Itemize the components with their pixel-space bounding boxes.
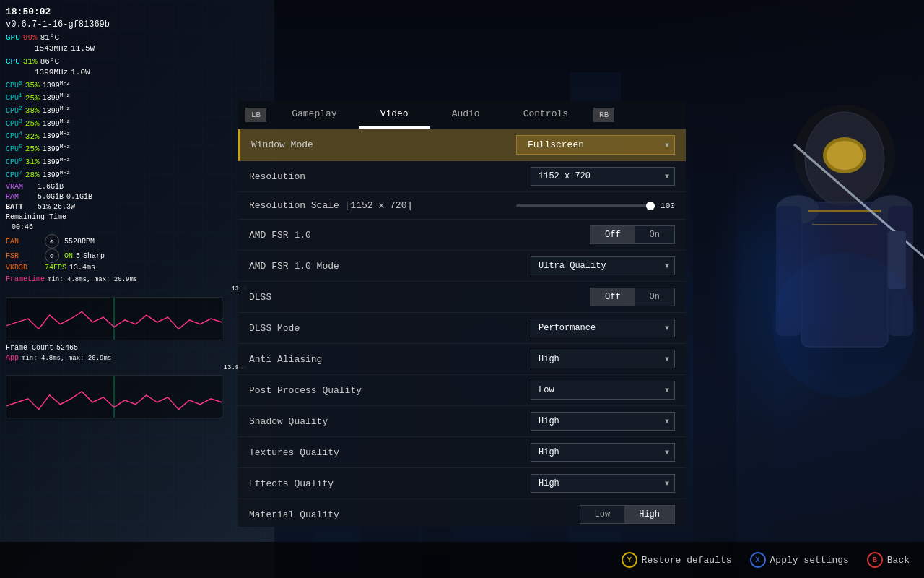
cpu-usage: 31% [23,56,38,67]
cpu-clock-row: 1399MHz 1.0W [6,67,247,78]
fsr-value: ON [64,251,73,262]
textures-quality-select[interactable]: High Medium Low [531,443,675,462]
core-0-usage: 35% [25,80,40,91]
shadow-quality-dropdown-wrapper[interactable]: High Medium Low [531,412,675,431]
gpu-power: 11.5W [71,43,95,54]
resolution-dropdown-wrapper[interactable]: 1152 x 720 1920 x 1080 1280 x 720 [531,167,675,186]
material-quality-toggle-group: Low High [580,505,675,524]
batt-time: 00:46 [12,223,33,233]
fsr-off-btn[interactable]: Off [590,226,635,243]
apply-settings-button[interactable]: X Apply settings [750,552,849,568]
frame-count-label: Frame Count [6,343,53,353]
vkd3d-label: VKD3D [6,263,42,273]
core-1-row: CPU1 25% 1399MHz [6,91,247,104]
post-process-select[interactable]: Low Medium High Epic [531,381,675,400]
textures-quality-dropdown-wrapper[interactable]: High Medium Low [531,443,675,462]
vkd3d-row: VKD3D 74FPS 13.4ms [6,263,247,273]
material-low-btn[interactable]: Low [580,506,625,523]
core-2-label: CPU2 [6,104,22,116]
material-high-btn[interactable]: High [624,506,674,523]
dlss-off-btn[interactable]: Off [590,288,635,306]
core-7-usage: 28% [25,170,40,181]
effects-quality-select[interactable]: High Medium Low [531,474,675,493]
fsr-on-btn[interactable]: On [635,226,674,243]
tab-lb: LB [245,108,266,122]
gpu-label: GPU [6,33,20,43]
resolution-scale-slider[interactable] [516,204,655,207]
core-5-usage: 25% [25,144,40,155]
batt-row: BATT 51% 26.3W [6,202,247,212]
fsr-suffix: Sharp [83,251,105,262]
glow-effect [707,144,852,434]
setting-effects-quality-label: Effects Quality [249,478,379,489]
tab-video[interactable]: Video [359,101,430,129]
dlss-on-btn[interactable]: On [635,288,674,306]
window-mode-dropdown-wrapper[interactable]: Fullscreen Windowed Borderless [516,135,675,155]
core-5-clock: 1399MHz [43,142,70,155]
setting-window-mode-label: Window Mode [251,139,381,150]
dlss-toggle-group: Off On [590,288,675,306]
setting-resolution-control: 1152 x 720 1920 x 1080 1280 x 720 [379,167,675,186]
resolution-select[interactable]: 1152 x 720 1920 x 1080 1280 x 720 [531,167,675,186]
setting-amd-fsr-mode: AMD FSR 1.0 Mode Ultra Quality Quality B… [238,251,686,282]
fsr-icon: ⚙ [45,249,59,263]
batt-pct: 51% [38,202,51,212]
app-stats: min: 4.8ms, max: 20.9ms [22,354,111,363]
effects-quality-dropdown-wrapper[interactable]: High Medium Low [531,474,675,493]
setting-textures-quality-control: High Medium Low [379,443,675,462]
anti-aliasing-select[interactable]: High Medium Low Off [531,350,675,368]
vkd3d-ms: 13.4ms [69,263,95,273]
core-3-label: CPU3 [6,117,22,129]
fsr-mode-select[interactable]: Ultra Quality Quality Balanced Performan… [531,256,675,275]
batt-time-row: Remaining Time [6,212,247,223]
post-process-dropdown-wrapper[interactable]: Low Medium High Epic [531,381,675,400]
resolution-scale-value: 100 [661,202,675,210]
setting-amd-fsr-control: Off On [379,225,675,244]
app-label-row: App min: 4.8ms, max: 20.9ms [6,353,247,363]
y-button-icon: Y [622,552,637,568]
gpu-temp: 81°C [40,33,59,43]
setting-resolution-scale-label: Resolution Scale [1152 x 720] [249,200,412,211]
core-0-clock: 1399MHz [43,79,70,91]
window-mode-select[interactable]: Fullscreen Windowed Borderless [516,135,675,155]
batt-label: BATT [6,202,35,212]
vram-label: VRAM [6,182,35,192]
fan-row: FAN ⚙ 5528RPM [6,234,247,249]
core-5-label: CPU5 [6,142,22,155]
hud-version: v0.6.7-1-16-gf81369b [6,19,247,31]
shadow-quality-select[interactable]: High Medium Low [531,412,675,431]
tab-controls[interactable]: Controls [502,101,590,129]
cpu-power: 1.0W [71,67,90,78]
fan-label: FAN [6,237,42,247]
restore-defaults-button[interactable]: Y Restore defaults [622,552,732,568]
back-label: Back [887,555,910,566]
gpu-clock-row: 1543MHz 11.5W [6,43,247,54]
back-button[interactable]: B Back [867,552,910,568]
settings-panel: LB Gameplay Video Audio Controls RB Wind… [238,101,686,527]
anti-aliasing-dropdown-wrapper[interactable]: High Medium Low Off [531,350,675,368]
frametime-section: Frametime min: 4.8ms, max: 20.9ms 13.9 F… [6,275,247,418]
tab-audio[interactable]: Audio [430,101,502,129]
setting-window-mode: Window Mode Fullscreen Windowed Borderle… [238,129,686,161]
frametime-stats: min: 4.8ms, max: 20.9ms [48,275,137,285]
dlss-mode-select[interactable]: Performance Quality Balanced Ultra Perfo… [531,319,675,337]
core-6-label: CPU6 [6,155,22,168]
setting-textures-quality-label: Textures Quality [249,447,379,458]
setting-shadow-quality-label: Shadow Quality [249,416,379,427]
frametime-label-row: Frametime min: 4.8ms, max: 20.9ms [6,275,247,285]
tab-gameplay[interactable]: Gameplay [270,101,358,129]
core-2-clock: 1399MHz [43,104,70,116]
setting-shadow-quality-control: High Medium Low [379,412,675,431]
setting-amd-fsr-mode-control: Ultra Quality Quality Balanced Performan… [379,256,675,275]
fsr-sharp: 5 [76,251,80,262]
setting-shadow-quality: Shadow Quality High Medium Low [238,406,686,437]
core-4-usage: 32% [25,131,40,142]
app-graph [6,375,222,418]
vram-value: 1.6GiB [38,182,64,192]
ram-swap: 0.1GiB [66,192,92,202]
fsr-mode-dropdown-wrapper[interactable]: Ultra Quality Quality Balanced Performan… [531,256,675,275]
dlss-mode-dropdown-wrapper[interactable]: Performance Quality Balanced Ultra Perfo… [531,319,675,337]
ram-row: RAM 5.0GiB 0.1GiB [6,192,247,202]
batt-countdown-row: 00:46 [6,223,247,233]
resolution-scale-slider-container: 100 [516,202,675,210]
